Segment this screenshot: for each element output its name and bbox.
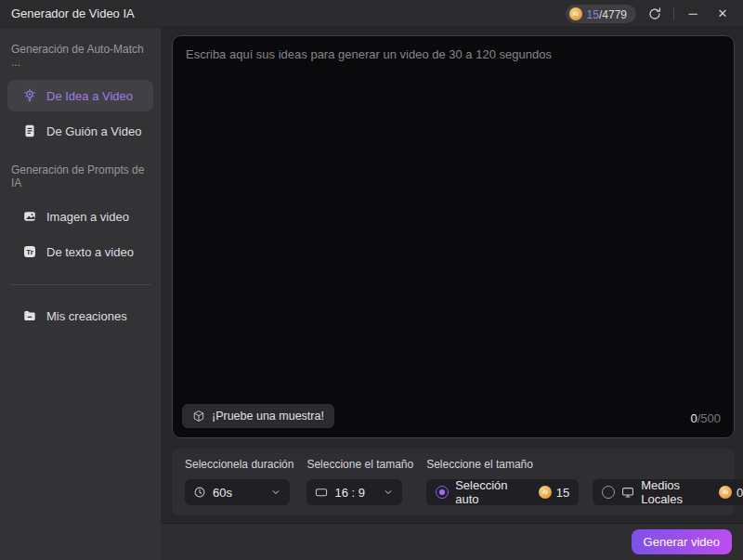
source-options: Selección auto AI 15 [426,479,743,505]
prompt-box: ¡Pruebe una muestra! 0/500 [172,35,735,438]
duration-group: Seleccionela duración 60s [185,458,293,505]
source-local-label: Medios Locales [641,478,712,506]
footer-bar: Generar video [161,523,743,560]
char-limit: /500 [697,411,721,425]
idea-prompt-input[interactable] [173,36,734,437]
sidebar-item-mis-creaciones[interactable]: Mis creaciones [7,300,153,332]
duration-label: Seleccionela duración [185,458,293,471]
duration-value: 60s [213,486,232,500]
radio-selected-icon [436,486,449,499]
credits-total: /4779 [599,8,627,21]
source-option-auto[interactable]: Selección auto AI 15 [426,479,579,505]
source-auto-cost-value: 15 [556,486,569,500]
char-counter: 0/500 [690,411,721,425]
sidebar-divider [9,284,151,285]
sidebar-section-prompts: Generación de Prompts de IA [0,149,161,199]
app-window: Generador de Video IA AI 15/4779 ─ ✕ Gen… [0,0,743,560]
credits-coin-icon: AI [719,486,732,499]
clock-icon [193,486,206,499]
source-local-cost-value: 0 [736,486,743,500]
main-content: ¡Pruebe una muestra! 0/500 Seleccionela … [161,28,743,523]
source-option-local[interactable]: Medios Locales AI 0 [593,479,743,505]
credits-used: 15 [587,8,599,21]
main-area: ¡Pruebe una muestra! 0/500 Seleccionela … [161,28,743,560]
sidebar-section-automatch: Generación de Auto-Match ... [0,37,161,78]
image-icon [22,209,37,224]
folder-icon [22,308,37,323]
minimize-button[interactable]: ─ [682,3,704,25]
aspect-ratio-icon [315,486,328,499]
radio-unselected-icon [602,486,615,499]
credits-badge[interactable]: AI 15/4779 [566,5,636,23]
sidebar-item-idea-a-video[interactable]: De Idea a Video [7,80,153,111]
sidebar-item-label: De Idea a Video [46,89,133,103]
sidebar-item-texto-a-video[interactable]: Tr De texto a video [7,236,153,267]
text-tr-icon: Tr [22,244,37,259]
sidebar-item-guion-a-video[interactable]: De Guión a Video [7,115,153,147]
ratio-dropdown[interactable]: 16 : 9 [306,479,402,505]
cube-sample-icon [192,410,205,423]
char-count: 0 [690,411,697,425]
credits-value: 15/4779 [587,6,627,22]
ratio-label: Seleccione el tamaño [306,458,413,471]
try-sample-button[interactable]: ¡Pruebe una muestra! [182,404,334,428]
chevron-down-icon [383,487,394,498]
sidebar: Generación de Auto-Match ... De Idea a V… [0,28,161,560]
sidebar-item-imagen-a-video[interactable]: Imagen a video [7,201,153,232]
source-auto-label: Selección auto [455,478,532,506]
ratio-group: Seleccione el tamaño 16 : 9 [306,458,413,505]
titlebar: Generador de Video IA AI 15/4779 ─ ✕ [0,0,743,28]
app-body: Generación de Auto-Match ... De Idea a V… [0,28,743,560]
ratio-value: 16 : 9 [334,486,365,500]
idea-bulb-icon [22,88,37,103]
close-button[interactable]: ✕ [711,3,734,25]
titlebar-separator [673,7,674,20]
script-document-icon [22,124,37,138]
sidebar-item-label: De Guión a Video [46,124,141,138]
titlebar-controls: AI 15/4779 ─ ✕ [566,3,734,25]
coin-label: AI [723,489,728,495]
coin-label: AI [573,11,579,17]
credits-coin-icon: AI [569,7,582,20]
credits-coin-icon: AI [539,486,552,499]
svg-text:Tr: Tr [26,248,33,256]
sidebar-item-label: Imagen a video [46,210,129,224]
window-title: Generador de Video IA [11,7,135,20]
try-sample-label: ¡Pruebe una muestra! [212,410,324,423]
sidebar-item-label: Mis creaciones [46,309,127,323]
source-auto-cost: AI 15 [539,486,569,500]
refresh-button[interactable] [644,3,666,25]
generate-video-button[interactable]: Generar video [632,529,732,554]
sidebar-item-label: De texto a video [46,245,134,259]
source-label: Seleccione el tamaño [426,458,743,471]
monitor-icon [621,486,634,499]
coin-label: AI [542,489,548,495]
settings-panel: Seleccionela duración 60s [172,449,735,515]
refresh-icon [647,7,662,21]
duration-dropdown[interactable]: 60s [185,479,290,505]
source-local-cost: AI 0 [719,486,743,500]
chevron-down-icon [270,487,281,498]
source-group: Seleccione el tamaño Selección auto AI 1… [426,458,743,505]
